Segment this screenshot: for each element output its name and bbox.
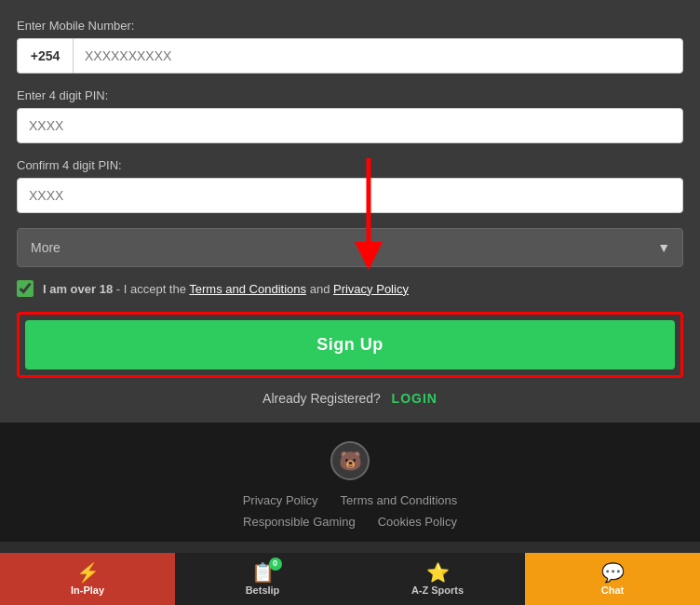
chat-label: Chat xyxy=(601,585,624,596)
privacy-policy-footer-link[interactable]: Privacy Policy xyxy=(243,493,318,507)
pin-input[interactable] xyxy=(17,108,683,143)
footer-links-row1: Privacy Policy Terms and Conditions xyxy=(17,493,683,507)
terms-link[interactable]: Terms and Conditions xyxy=(189,282,306,296)
terms-checkbox-row: I am over 18 - I accept the Terms and Co… xyxy=(17,280,683,297)
login-link[interactable]: LOGIN xyxy=(392,391,438,406)
nav-betslip[interactable]: 📋 0 Betslip xyxy=(175,553,350,605)
mobile-label: Enter Mobile Number: xyxy=(17,19,683,33)
over18-text: I am over 18 xyxy=(43,282,113,296)
responsible-gaming-link[interactable]: Responsible Gaming xyxy=(243,515,356,529)
nav-az-sports[interactable]: ⭐ A-Z Sports xyxy=(350,553,525,605)
signup-wrapper: Sign Up xyxy=(17,312,683,378)
phone-row: +254 xyxy=(17,38,683,74)
accept-text: - I accept the xyxy=(116,282,190,296)
form-section: Enter Mobile Number: +254 Enter 4 digit … xyxy=(0,0,700,423)
confirm-pin-label: Confirm 4 digit PIN: xyxy=(17,158,683,172)
and-text: and xyxy=(310,282,333,296)
more-dropdown-wrapper: More ▼ xyxy=(17,228,683,267)
betslip-icon: 📋 0 xyxy=(251,563,275,582)
footer-logo: 🐻 xyxy=(17,441,683,480)
nav-inplay[interactable]: ⚡ In-Play xyxy=(0,553,175,605)
betslip-label: Betslip xyxy=(246,585,280,596)
terms-conditions-footer-link[interactable]: Terms and Conditions xyxy=(341,493,458,507)
mobile-input[interactable] xyxy=(73,38,683,74)
nav-chat[interactable]: 💬 Chat xyxy=(525,553,700,605)
already-registered-text: Already Registered? xyxy=(262,391,381,406)
bottom-nav: ⚡ In-Play 📋 0 Betslip ⭐ A-Z Sports 💬 Cha… xyxy=(0,553,700,605)
inplay-icon: ⚡ xyxy=(76,563,100,582)
logo-icon: 🐻 xyxy=(330,441,370,480)
footer-links-row2: Responsible Gaming Cookies Policy xyxy=(17,515,683,529)
inplay-label: In-Play xyxy=(71,585,104,596)
confirm-pin-input[interactable] xyxy=(17,178,683,213)
az-sports-label: A-Z Sports xyxy=(411,585,464,596)
terms-label: I am over 18 - I accept the Terms and Co… xyxy=(43,282,409,296)
more-dropdown[interactable]: More xyxy=(17,228,683,267)
country-code: +254 xyxy=(17,38,73,74)
terms-checkbox[interactable] xyxy=(17,280,34,297)
betslip-badge: 0 xyxy=(269,558,282,571)
chat-icon: 💬 xyxy=(601,563,625,582)
privacy-link[interactable]: Privacy Policy xyxy=(333,282,409,296)
pin-label: Enter 4 digit PIN: xyxy=(17,88,683,102)
az-sports-icon: ⭐ xyxy=(426,563,450,582)
login-row: Already Registered? LOGIN xyxy=(17,391,683,406)
signup-button[interactable]: Sign Up xyxy=(25,320,675,370)
footer-section: 🐻 Privacy Policy Terms and Conditions Re… xyxy=(0,423,700,542)
cookies-policy-link[interactable]: Cookies Policy xyxy=(378,515,457,529)
